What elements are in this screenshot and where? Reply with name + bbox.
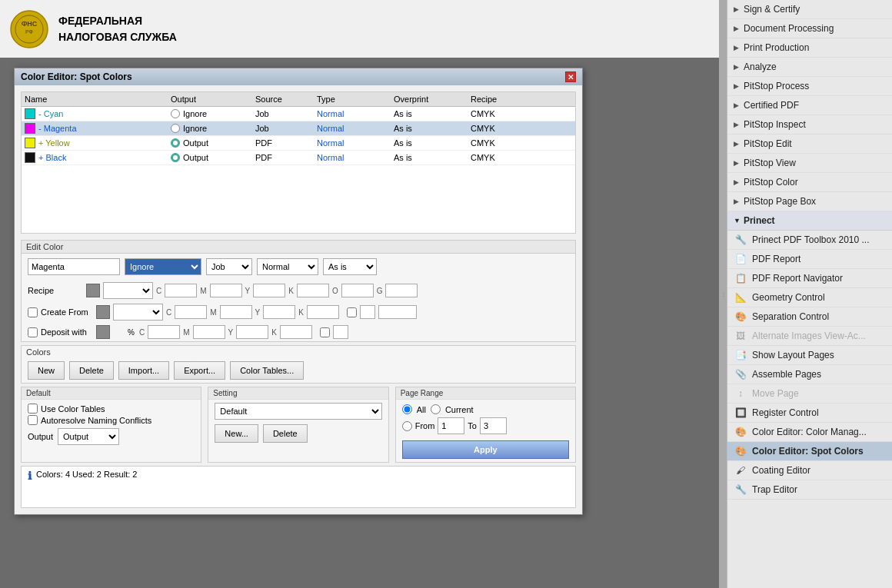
default-content: Use Color Tables Autoresolve Naming Conf… [22,400,201,450]
sidebar-item-pitstop-inspect[interactable]: ▶PitStop Inspect [727,115,892,135]
table-row[interactable]: - MagentaIgnoreJobNormalAs isCMYK [22,121,575,136]
sidebar-item-register-control[interactable]: 🔲Register Control [727,404,892,423]
sidebar-item-label: PitStop Page Box [744,196,816,207]
output-dropdown[interactable]: IgnoreOutputCompositeSeparation [125,258,201,275]
color-name-input[interactable] [28,258,120,275]
dw-checkbox2[interactable] [320,327,330,337]
setting-delete-button[interactable]: Delete [263,424,308,443]
g-input[interactable] [385,284,418,297]
sidebar-item-pitstop-process[interactable]: ▶PitStop Process [727,77,892,96]
table-row[interactable]: - CyanIgnoreJobNormalAs isCMYK [22,107,575,121]
y-input[interactable] [253,284,285,297]
sidebar-item-print-production[interactable]: ▶Print Production [727,38,892,58]
export-button[interactable]: Export... [174,361,225,380]
col-recipe: Recipe [471,95,532,104]
type-dropdown[interactable]: NormalTransparentOpaque [257,258,318,275]
cf-checkbox2[interactable] [347,307,357,317]
dialog-titlebar: Color Editor: Spot Colors ✕ [15,68,582,85]
sidebar-tool-icon: 🖼 [734,331,747,341]
setting-select[interactable]: Default [215,403,381,420]
setting-label: Setting [208,387,388,400]
sidebar-item-label: PDF Report Navigator [752,273,843,284]
status-message: Colors: 4 Used: 2 Result: 2 [36,470,137,479]
triangle-icon: ▶ [734,121,739,128]
createfrom-select[interactable] [113,304,163,321]
sidebar-item-label: Trap Editor [752,484,797,495]
dialog-title: Color Editor: Spot Colors [21,71,132,82]
recipe-select[interactable] [103,282,153,299]
sidebar-item-assemble-pages[interactable]: 📎Assemble Pages [727,365,892,384]
import-button[interactable]: Import... [118,361,169,380]
m-input[interactable] [210,284,242,297]
triangle-icon: ▶ [734,63,739,71]
sidebar-item-pitstop-view[interactable]: ▶PitStop View [727,154,892,173]
sidebar-item-certified-pdf[interactable]: ▶Certified PDF [727,96,892,115]
sidebar-item-color-editor-spot[interactable]: 🎨Color Editor: Spot Colors [727,442,892,461]
svg-text:РФ: РФ [25,29,33,35]
from-radio[interactable] [402,421,412,431]
table-row[interactable]: + BlackOutputPDFNormalAs isCMYK [22,151,575,165]
edit-color-label: Edit Color [22,241,575,254]
from-input[interactable] [438,417,464,434]
overprint-dropdown[interactable]: As isOnOff [323,258,377,275]
sidebar-item-doc-processing[interactable]: ▶Document Processing [727,19,892,38]
sidebar-item-color-editor-manage[interactable]: 🎨Color Editor: Color Manag... [727,423,892,442]
dw-y-input[interactable] [236,325,268,339]
sidebar-item-pitstop-color[interactable]: ▶PitStop Color [727,173,892,192]
new-button[interactable]: New [28,361,65,380]
org-logo: ФНС РФ [9,9,49,49]
cf-k-input[interactable] [307,305,339,319]
sidebar-item-sign-certify[interactable]: ▶Sign & Certify [727,0,892,19]
sidebar-item-label: Alternate Images View-Ac... [752,331,866,341]
sidebar-item-label: Color Editor: Spot Colors [752,446,864,457]
sidebar-item-analyze[interactable]: ▶Analyze [727,58,892,77]
sidebar-item-pitstop-edit[interactable]: ▶PitStop Edit [727,135,892,154]
sidebar-item-prinect-toolbox[interactable]: 🔧Prinect PDF Toolbox 2010 ... [727,231,892,250]
to-input[interactable] [480,417,507,434]
k-label: K [288,287,294,295]
setting-section: Setting Default New... Delete [208,387,388,463]
cf-c-input[interactable] [175,305,207,319]
dw-k-input[interactable] [280,325,312,339]
sidebar-item-label: Sign & Certify [744,4,800,15]
autoresolve-cb[interactable] [28,415,38,425]
cf-m-input[interactable] [220,305,252,319]
sidebar-item-separation-control[interactable]: 🎨Separation Control [727,307,892,327]
apply-button[interactable]: Apply [402,440,569,459]
dw-m-input[interactable] [193,325,225,339]
dw-c-input[interactable] [148,325,180,339]
sidebar-item-pdf-report[interactable]: 📄PDF Report [727,250,892,269]
triangle-icon: ▶ [734,44,739,51]
sidebar-item-coating-editor[interactable]: 🖌Coating Editor [727,461,892,480]
delete-button[interactable]: Delete [69,361,114,380]
all-radio[interactable] [402,404,412,414]
sidebar-item-label: Color Editor: Color Manag... [752,427,867,437]
dw-y-label: Y [228,328,234,337]
sidebar-item-geometry-control[interactable]: 📐Geometry Control [727,288,892,307]
c-input[interactable] [165,284,197,297]
depositwith-checkbox[interactable] [28,327,38,337]
sidebar-item-pitstop-pagebox[interactable]: ▶PitStop Page Box [727,192,892,211]
dialog-close-button[interactable]: ✕ [565,71,576,82]
k-input[interactable] [297,284,329,297]
table-row[interactable]: + YellowOutputPDFNormalAs isCMYK [22,136,575,151]
sidebar-item-move-page: ↕Move Page [727,384,892,404]
colortables-button[interactable]: Color Tables... [230,361,304,380]
sidebar-tool-icon: 🔧 [734,484,747,495]
source-dropdown[interactable]: JobPDF [206,258,252,275]
cf-percent-input[interactable] [378,305,417,319]
sidebar-item-pdf-report-nav[interactable]: 📋PDF Report Navigator [727,269,892,288]
createfrom-row: Create From C M Y K [22,301,575,323]
output-select[interactable]: OutputIgnoreComposite [58,428,119,445]
use-color-tables-cb[interactable] [28,404,38,414]
current-radio[interactable] [431,404,441,414]
cf-y-input[interactable] [263,305,295,319]
sidebar-item-trap-editor[interactable]: 🔧Trap Editor [727,480,892,500]
setting-new-button[interactable]: New... [215,424,258,443]
sidebar-item-show-layout[interactable]: 📑Show Layout Pages [727,346,892,365]
sidebar-group-prinect[interactable]: ▼Prinect [727,211,892,231]
createfrom-checkbox[interactable] [28,307,38,317]
o-input[interactable] [341,284,374,297]
sidebar-item-label: PitStop Color [744,177,798,188]
svg-text:ФНС: ФНС [22,20,38,28]
